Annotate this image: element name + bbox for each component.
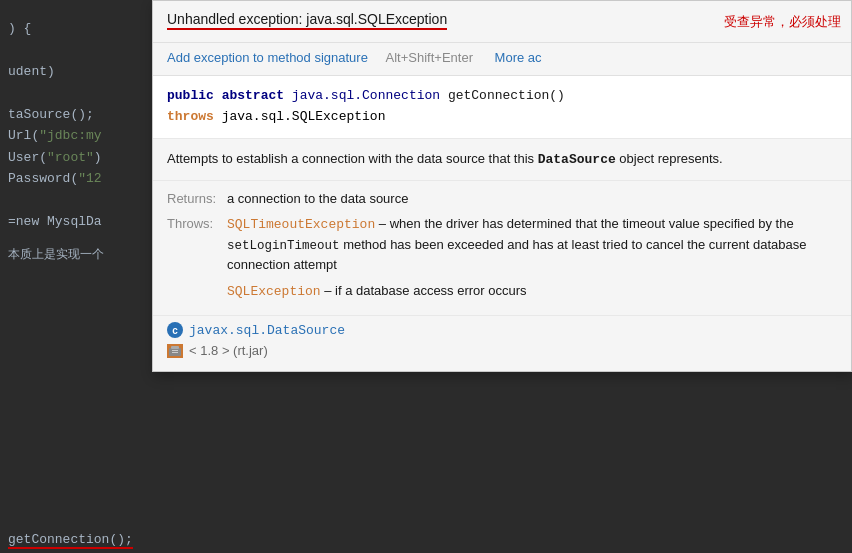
throws-content-1: SQLTimeoutException – when the driver ha…: [227, 214, 837, 275]
description-text: Attempts to establish a connection with …: [167, 149, 837, 170]
class-link[interactable]: javax.sql.DataSource: [189, 323, 345, 338]
throws-label: Throws:: [167, 214, 227, 275]
sig-return-type: java.sql.Connection: [292, 88, 440, 103]
sql-exception-link[interactable]: SQLException: [227, 284, 321, 299]
code-line-9: [8, 190, 152, 211]
code-signature: public abstract java.sql.Connection getC…: [153, 76, 851, 139]
code-line-8: Password("12: [8, 168, 152, 189]
add-exception-link[interactable]: Add exception to method signature: [167, 50, 368, 65]
code-bottom: getConnection();: [0, 526, 152, 553]
footer-section: c javax.sql.DataSource < 1.8 > (rt.jar): [153, 316, 851, 371]
action-bar: Add exception to method signature Alt+Sh…: [153, 43, 851, 76]
exception-popup: Unhandled exception: java.sql.SQLExcepti…: [152, 0, 852, 372]
sig-exception-name: java.sql.SQLException: [222, 109, 386, 124]
throws-text-2: – if a database access error occurs: [324, 283, 526, 298]
sql-timeout-link[interactable]: SQLTimeoutException: [227, 217, 375, 232]
sig-public: public: [167, 88, 214, 103]
svg-rect-1: [171, 346, 179, 349]
code-comment: 本质上是实现一个: [8, 246, 152, 265]
chinese-annotation: 受查异常，必须处理: [724, 13, 841, 31]
sig-abstract: abstract: [222, 88, 284, 103]
returns-row: Returns: a connection to the data source: [167, 189, 837, 209]
returns-label: Returns:: [167, 189, 227, 209]
code-background: ) { udent) taSource(); Url("jdbc:my User…: [0, 0, 152, 553]
throws-content-2: SQLException – if a database access erro…: [227, 281, 837, 302]
svg-rect-2: [172, 350, 178, 351]
datasource-code: DataSource: [538, 152, 616, 167]
exception-title: Unhandled exception: java.sql.SQLExcepti…: [167, 11, 447, 30]
signature-line2: throws java.sql.SQLException: [167, 107, 837, 128]
class-row: c javax.sql.DataSource: [167, 322, 837, 338]
sig-throws-kw: throws: [167, 109, 214, 124]
throws-label-2: [167, 281, 227, 302]
code-line-3: udent): [8, 61, 152, 82]
code-line-5: taSource();: [8, 104, 152, 125]
svg-rect-3: [172, 352, 178, 353]
set-login-timeout-code: setLoginTimeout: [227, 239, 340, 253]
throws-row-2: SQLException – if a database access erro…: [167, 281, 837, 302]
code-bottom-text: getConnection();: [8, 532, 133, 549]
code-line-10: =new MysqlDa: [8, 211, 152, 232]
returns-text: a connection to the data source: [227, 189, 837, 209]
more-actions-link[interactable]: More ac: [495, 50, 542, 65]
jar-row: < 1.8 > (rt.jar): [167, 343, 837, 358]
code-line-4: [8, 82, 152, 103]
code-line-6: Url("jdbc:my: [8, 125, 152, 146]
class-icon: c: [167, 322, 183, 338]
throws-text-1: – when the driver has determined that th…: [379, 216, 794, 231]
code-line-7: User("root"): [8, 147, 152, 168]
jar-label: < 1.8 > (rt.jar): [189, 343, 268, 358]
throws-row-1: Throws: SQLTimeoutException – when the d…: [167, 214, 837, 275]
sig-method-name: getConnection(): [448, 88, 565, 103]
code-line-2: [8, 39, 152, 60]
signature-line1: public abstract java.sql.Connection getC…: [167, 86, 837, 107]
action-shortcut: Alt+Shift+Enter: [386, 50, 473, 65]
description-section: Attempts to establish a connection with …: [153, 139, 851, 181]
jar-icon: [167, 344, 183, 358]
returns-throws-section: Returns: a connection to the data source…: [153, 181, 851, 317]
code-line-1: ) {: [8, 18, 152, 39]
